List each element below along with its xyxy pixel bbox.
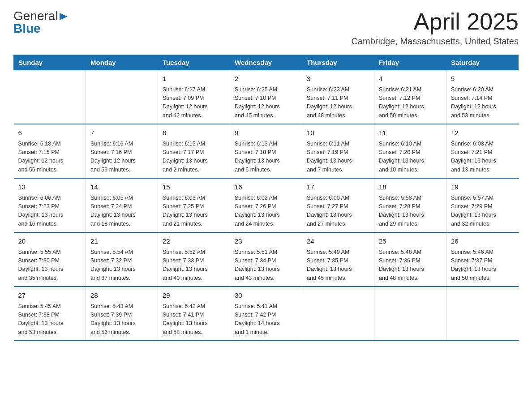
calendar-table: SundayMondayTuesdayWednesdayThursdayFrid… xyxy=(13,55,519,341)
day-info: Sunrise: 5:48 AMSunset: 7:36 PMDaylight:… xyxy=(379,248,442,283)
weekday-header: Tuesday xyxy=(158,55,230,70)
day-info: Sunrise: 5:52 AMSunset: 7:33 PMDaylight:… xyxy=(163,248,225,283)
day-number: 18 xyxy=(379,182,442,193)
calendar-day-cell: 18Sunrise: 5:58 AMSunset: 7:28 PMDayligh… xyxy=(374,178,446,232)
day-info: Sunrise: 6:23 AMSunset: 7:11 PMDaylight:… xyxy=(307,86,369,120)
day-number: 15 xyxy=(163,182,225,193)
day-info: Sunrise: 6:27 AMSunset: 7:09 PMDaylight:… xyxy=(163,86,225,120)
day-number: 2 xyxy=(235,74,297,84)
weekday-header: Saturday xyxy=(446,55,519,70)
calendar-day-cell xyxy=(446,287,519,341)
day-number: 8 xyxy=(163,128,225,138)
day-number: 30 xyxy=(235,291,297,301)
calendar-day-cell: 4Sunrise: 6:21 AMSunset: 7:12 PMDaylight… xyxy=(374,70,446,124)
svg-marker-0 xyxy=(60,13,68,20)
calendar-day-cell: 26Sunrise: 5:46 AMSunset: 7:37 PMDayligh… xyxy=(446,232,519,287)
page-header: General Blue April 2025 Cambridge, Massa… xyxy=(13,9,519,47)
day-info: Sunrise: 6:03 AMSunset: 7:25 PMDaylight:… xyxy=(163,194,225,229)
day-number: 29 xyxy=(163,291,225,301)
day-number: 4 xyxy=(379,74,442,84)
calendar-day-cell: 5Sunrise: 6:20 AMSunset: 7:14 PMDaylight… xyxy=(446,70,519,124)
calendar-subtitle: Cambridge, Massachusetts, United States xyxy=(351,36,519,47)
day-info: Sunrise: 6:18 AMSunset: 7:15 PMDaylight:… xyxy=(18,140,82,175)
day-info: Sunrise: 5:41 AMSunset: 7:42 PMDaylight:… xyxy=(235,302,297,337)
weekday-header: Thursday xyxy=(302,55,374,70)
calendar-day-cell: 14Sunrise: 6:05 AMSunset: 7:24 PMDayligh… xyxy=(86,178,158,232)
calendar-day-cell xyxy=(14,70,86,124)
day-info: Sunrise: 5:43 AMSunset: 7:39 PMDaylight:… xyxy=(90,302,153,337)
day-number: 27 xyxy=(18,291,82,301)
logo-blue-text: Blue xyxy=(13,21,41,36)
calendar-day-cell: 11Sunrise: 6:10 AMSunset: 7:20 PMDayligh… xyxy=(374,124,446,178)
calendar-day-cell: 21Sunrise: 5:54 AMSunset: 7:32 PMDayligh… xyxy=(86,232,158,287)
calendar-day-cell xyxy=(302,287,374,341)
day-info: Sunrise: 5:51 AMSunset: 7:34 PMDaylight:… xyxy=(235,248,297,283)
calendar-week-row: 20Sunrise: 5:55 AMSunset: 7:30 PMDayligh… xyxy=(14,232,519,287)
day-number: 24 xyxy=(307,236,369,247)
calendar-day-cell: 12Sunrise: 6:08 AMSunset: 7:21 PMDayligh… xyxy=(446,124,519,178)
day-number: 7 xyxy=(90,128,153,138)
day-info: Sunrise: 5:54 AMSunset: 7:32 PMDaylight:… xyxy=(90,248,153,283)
day-number: 25 xyxy=(379,236,442,247)
day-number: 13 xyxy=(18,182,82,193)
calendar-day-cell: 2Sunrise: 6:25 AMSunset: 7:10 PMDaylight… xyxy=(230,70,302,124)
day-number: 10 xyxy=(307,128,369,138)
calendar-day-cell: 1Sunrise: 6:27 AMSunset: 7:09 PMDaylight… xyxy=(158,70,230,124)
day-info: Sunrise: 6:16 AMSunset: 7:16 PMDaylight:… xyxy=(90,140,153,175)
calendar-week-row: 27Sunrise: 5:45 AMSunset: 7:38 PMDayligh… xyxy=(14,287,519,341)
calendar-day-cell: 23Sunrise: 5:51 AMSunset: 7:34 PMDayligh… xyxy=(230,232,302,287)
logo: General Blue xyxy=(13,9,68,36)
day-info: Sunrise: 5:45 AMSunset: 7:38 PMDaylight:… xyxy=(18,302,82,337)
calendar-day-cell: 30Sunrise: 5:41 AMSunset: 7:42 PMDayligh… xyxy=(230,287,302,341)
weekday-header: Monday xyxy=(86,55,158,70)
day-number: 12 xyxy=(451,128,514,138)
calendar-week-row: 1Sunrise: 6:27 AMSunset: 7:09 PMDaylight… xyxy=(14,70,519,124)
weekday-header: Friday xyxy=(374,55,446,70)
day-info: Sunrise: 6:08 AMSunset: 7:21 PMDaylight:… xyxy=(451,140,514,175)
day-number: 28 xyxy=(90,291,153,301)
calendar-day-cell xyxy=(374,287,446,341)
day-info: Sunrise: 6:21 AMSunset: 7:12 PMDaylight:… xyxy=(379,86,442,120)
weekday-header: Wednesday xyxy=(230,55,302,70)
day-info: Sunrise: 5:55 AMSunset: 7:30 PMDaylight:… xyxy=(18,248,82,283)
day-number: 19 xyxy=(451,182,514,193)
day-number: 22 xyxy=(163,236,225,247)
calendar-day-cell: 20Sunrise: 5:55 AMSunset: 7:30 PMDayligh… xyxy=(14,232,86,287)
calendar-day-cell: 19Sunrise: 5:57 AMSunset: 7:29 PMDayligh… xyxy=(446,178,519,232)
calendar-day-cell: 7Sunrise: 6:16 AMSunset: 7:16 PMDaylight… xyxy=(86,124,158,178)
calendar-day-cell: 27Sunrise: 5:45 AMSunset: 7:38 PMDayligh… xyxy=(14,287,86,341)
day-info: Sunrise: 6:25 AMSunset: 7:10 PMDaylight:… xyxy=(235,86,297,120)
day-number: 21 xyxy=(90,236,153,247)
title-area: April 2025 Cambridge, Massachusetts, Uni… xyxy=(351,9,519,47)
calendar-day-cell: 8Sunrise: 6:15 AMSunset: 7:17 PMDaylight… xyxy=(158,124,230,178)
calendar-day-cell xyxy=(86,70,158,124)
day-number: 5 xyxy=(451,74,514,84)
day-number: 3 xyxy=(307,74,369,84)
day-number: 20 xyxy=(18,236,82,247)
calendar-day-cell: 28Sunrise: 5:43 AMSunset: 7:39 PMDayligh… xyxy=(86,287,158,341)
calendar-day-cell: 29Sunrise: 5:42 AMSunset: 7:41 PMDayligh… xyxy=(158,287,230,341)
day-number: 11 xyxy=(379,128,442,138)
day-number: 16 xyxy=(235,182,297,193)
calendar-day-cell: 17Sunrise: 6:00 AMSunset: 7:27 PMDayligh… xyxy=(302,178,374,232)
calendar-day-cell: 22Sunrise: 5:52 AMSunset: 7:33 PMDayligh… xyxy=(158,232,230,287)
day-info: Sunrise: 6:15 AMSunset: 7:17 PMDaylight:… xyxy=(163,140,225,175)
day-info: Sunrise: 6:13 AMSunset: 7:18 PMDaylight:… xyxy=(235,140,297,175)
day-number: 6 xyxy=(18,128,82,138)
day-number: 1 xyxy=(163,74,225,84)
day-info: Sunrise: 5:57 AMSunset: 7:29 PMDaylight:… xyxy=(451,194,514,229)
day-info: Sunrise: 6:20 AMSunset: 7:14 PMDaylight:… xyxy=(451,86,514,120)
day-number: 26 xyxy=(451,236,514,247)
calendar-week-row: 6Sunrise: 6:18 AMSunset: 7:15 PMDaylight… xyxy=(14,124,519,178)
logo-triangle-icon xyxy=(60,12,68,21)
calendar-title: April 2025 xyxy=(351,9,519,34)
calendar-day-cell: 15Sunrise: 6:03 AMSunset: 7:25 PMDayligh… xyxy=(158,178,230,232)
day-info: Sunrise: 5:58 AMSunset: 7:28 PMDaylight:… xyxy=(379,194,442,229)
day-info: Sunrise: 5:42 AMSunset: 7:41 PMDaylight:… xyxy=(163,302,225,337)
calendar-header-row: SundayMondayTuesdayWednesdayThursdayFrid… xyxy=(14,55,519,70)
calendar-day-cell: 6Sunrise: 6:18 AMSunset: 7:15 PMDaylight… xyxy=(14,124,86,178)
calendar-day-cell: 16Sunrise: 6:02 AMSunset: 7:26 PMDayligh… xyxy=(230,178,302,232)
day-number: 9 xyxy=(235,128,297,138)
calendar-day-cell: 3Sunrise: 6:23 AMSunset: 7:11 PMDaylight… xyxy=(302,70,374,124)
calendar-day-cell: 13Sunrise: 6:06 AMSunset: 7:23 PMDayligh… xyxy=(14,178,86,232)
